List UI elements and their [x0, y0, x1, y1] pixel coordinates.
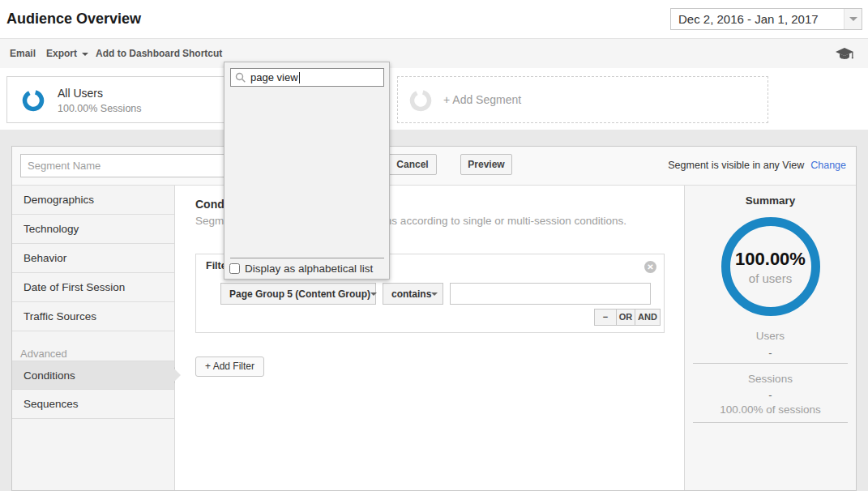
shortcut-button[interactable]: Shortcut — [182, 39, 222, 68]
close-icon[interactable]: ✕ — [644, 261, 656, 273]
add-filter-button[interactable]: + Add Filter — [195, 357, 264, 377]
conditions-label: Conditions — [24, 369, 75, 382]
condition-logic-buttons: − OR AND — [594, 309, 661, 326]
summary-ring: 100.00% of users — [720, 216, 821, 317]
segment-cards-row: All Users 100.00% Sessions + Add Segment — [0, 68, 868, 130]
summary-panel: Summary 100.00% of users Users - Session… — [684, 186, 856, 490]
segment-builder-panel: Cancel Preview Segment is visible in any… — [11, 146, 857, 491]
builder-content: Demographics Technology Behavior Date of… — [12, 186, 856, 490]
dropdown-divider — [230, 258, 384, 258]
or-button[interactable]: OR — [616, 309, 635, 326]
advanced-section-label: Advanced — [12, 348, 174, 361]
users-percent: 100.00% — [735, 249, 806, 270]
and-button[interactable]: AND — [635, 309, 661, 326]
remove-condition-button[interactable]: − — [594, 309, 617, 326]
chevron-down-icon — [431, 292, 438, 296]
intelligence-graduation-cap-icon[interactable] — [835, 47, 854, 62]
sidebar-item-behavior[interactable]: Behavior — [12, 244, 174, 273]
change-visibility-link[interactable]: Change — [810, 160, 846, 171]
users-label: Users — [685, 330, 856, 342]
users-percent-caption: of users — [749, 271, 792, 285]
segment-visibility: Segment is visible in any ViewChange — [668, 160, 846, 171]
chevron-down-icon — [370, 292, 377, 296]
operator-value: contains — [383, 288, 431, 300]
page-header: Audience Overview Dec 2, 2016 - Jan 1, 2… — [0, 0, 868, 39]
page-title: Audience Overview — [6, 11, 141, 28]
ring-text: 100.00% of users — [720, 216, 821, 317]
alphabetical-checkbox[interactable] — [229, 263, 240, 274]
sidebar-item-conditions[interactable]: Conditions — [12, 361, 174, 390]
segment-name-label: All Users — [58, 87, 103, 100]
add-segment-card[interactable]: + Add Segment — [397, 76, 768, 123]
export-label: Export — [46, 48, 77, 59]
dimension-dropdown-button[interactable]: Page Group 5 (Content Group) — [220, 283, 376, 305]
segment-name-row: Cancel Preview Segment is visible in any… — [12, 147, 856, 186]
summary-divider — [693, 363, 848, 364]
users-value: - — [685, 347, 856, 359]
add-segment-label: + Add Segment — [443, 93, 521, 106]
sidebar-item-traffic-sources[interactable]: Traffic Sources — [12, 302, 174, 331]
sessions-label: Sessions — [685, 373, 856, 385]
search-input-value: page view — [250, 71, 298, 83]
sessions-value: - — [685, 389, 856, 401]
dimension-search-input[interactable]: page view — [230, 68, 384, 87]
alphabetical-checkbox-row: Display as alphabetical list — [229, 263, 373, 275]
analytics-app: Audience Overview Dec 2, 2016 - Jan 1, 2… — [0, 0, 868, 491]
condition-value-input[interactable] — [450, 283, 651, 305]
add-to-dashboard-button[interactable]: Add to Dashboard — [96, 39, 180, 68]
export-button[interactable]: Export — [46, 39, 88, 68]
summary-divider — [693, 422, 848, 423]
report-toolbar: Email Export Add to Dashboard Shortcut — [0, 39, 868, 68]
all-users-donut-icon — [22, 89, 45, 112]
dimension-value: Page Group 5 (Content Group) — [221, 288, 370, 300]
cancel-button[interactable]: Cancel — [388, 154, 437, 175]
builder-sidebar: Demographics Technology Behavior Date of… — [12, 186, 175, 490]
date-range-selector[interactable]: Dec 2, 2016 - Jan 1, 2017 — [670, 8, 862, 30]
preview-button[interactable]: Preview — [460, 154, 512, 175]
visibility-text: Segment is visible in any View — [668, 160, 804, 171]
date-range-value: Dec 2, 2016 - Jan 1, 2017 — [671, 12, 844, 26]
chevron-down-icon — [849, 17, 857, 21]
sidebar-item-date-first-session[interactable]: Date of First Session — [12, 273, 174, 302]
dimension-dropdown-panel: page view Display as alphabetical list — [224, 62, 390, 280]
search-icon — [235, 72, 246, 83]
text-cursor — [299, 72, 300, 83]
sidebar-item-demographics[interactable]: Demographics — [12, 186, 174, 215]
selected-pointer-icon — [173, 368, 181, 382]
summary-title: Summary — [685, 194, 856, 207]
sidebar-item-sequences[interactable]: Sequences — [12, 390, 174, 419]
sidebar-item-technology[interactable]: Technology — [12, 215, 174, 244]
segment-sessions-label: 100.00% Sessions — [58, 103, 142, 114]
alphabetical-checkbox-label[interactable]: Display as alphabetical list — [245, 263, 373, 275]
date-caret-zone[interactable] — [844, 9, 862, 29]
sessions-percent-caption: 100.00% of sessions — [685, 403, 856, 416]
operator-dropdown-button[interactable]: contains — [383, 283, 443, 305]
email-button[interactable]: Email — [10, 39, 36, 68]
chevron-down-icon — [82, 53, 88, 56]
add-segment-donut-icon — [409, 89, 432, 112]
